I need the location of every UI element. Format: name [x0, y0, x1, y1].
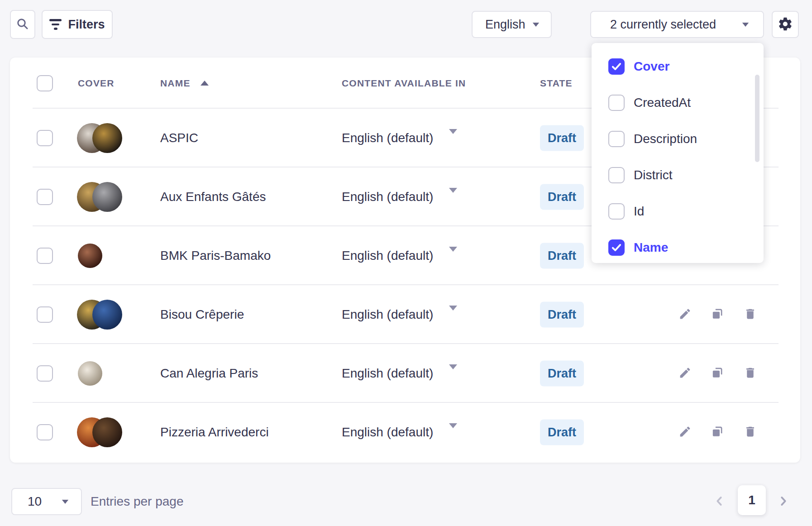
table-row: Bisou Crêperie English (default) Draft — [10, 285, 800, 344]
cover-thumbnails — [77, 182, 127, 212]
option-checkbox[interactable] — [608, 95, 625, 111]
cover-avatar — [92, 417, 122, 447]
status-badge: Draft — [540, 243, 584, 269]
locales-expand-icon[interactable] — [449, 311, 457, 319]
search-icon — [16, 17, 29, 32]
status-badge: Draft — [540, 420, 584, 445]
trash-icon — [744, 425, 757, 440]
page-size-select[interactable]: 10 — [11, 488, 82, 515]
locales-expand-icon[interactable] — [449, 428, 457, 436]
option-checkbox[interactable] — [608, 58, 625, 75]
locales-expand-icon[interactable] — [449, 134, 457, 142]
chevron-right-icon — [777, 494, 790, 509]
locale-select-value: English — [485, 18, 525, 32]
checkmark-icon — [611, 242, 622, 253]
duplicate-button[interactable] — [708, 423, 726, 441]
delete-button[interactable] — [741, 306, 759, 324]
locales-expand-icon[interactable] — [449, 193, 457, 201]
entry-locales: English (default) — [342, 249, 433, 263]
column-picker-option[interactable]: Id — [592, 193, 764, 230]
cover-avatar — [92, 123, 122, 153]
entry-name: Pizzeria Arrivederci — [160, 425, 269, 440]
delete-button[interactable] — [741, 423, 759, 441]
chevron-down-icon — [62, 500, 68, 504]
duplicate-button[interactable] — [708, 364, 726, 383]
status-badge: Draft — [540, 302, 584, 328]
duplicate-icon — [711, 425, 724, 440]
column-picker-dropdown: Cover CreatedAt Description District — [592, 43, 764, 263]
page-1-button[interactable]: 1 — [738, 485, 766, 515]
chevron-left-icon — [712, 494, 726, 509]
chevron-down-icon — [533, 23, 539, 27]
option-checkbox[interactable] — [608, 131, 625, 147]
column-header-cover[interactable]: COVER — [78, 78, 115, 89]
row-checkbox[interactable] — [37, 306, 53, 323]
column-picker-option[interactable]: District — [592, 157, 764, 193]
cover-thumbnails — [77, 123, 127, 153]
gear-icon — [778, 16, 793, 33]
pencil-icon — [678, 366, 692, 381]
cover-thumbnails — [77, 300, 127, 330]
columns-select-value: 2 currently selected — [610, 18, 716, 32]
table-row: Pizzeria Arrivederci English (default) D… — [10, 403, 800, 462]
column-header-locales[interactable]: CONTENT AVAILABLE IN — [342, 78, 466, 89]
entry-name: BMK Paris-Bamako — [160, 249, 271, 263]
column-picker-option[interactable]: Name — [592, 230, 764, 266]
status-badge: Draft — [540, 184, 584, 210]
locales-expand-icon[interactable] — [449, 369, 457, 378]
entry-locales: English (default) — [342, 190, 433, 204]
trash-icon — [744, 307, 757, 322]
settings-button[interactable] — [772, 11, 799, 38]
entry-locales: English (default) — [342, 425, 433, 440]
cover-avatar — [92, 182, 122, 212]
cover-thumbnails — [77, 417, 127, 447]
entry-locales: English (default) — [342, 307, 433, 322]
cover-avatar — [92, 300, 122, 330]
edit-button[interactable] — [676, 423, 694, 441]
row-checkbox[interactable] — [37, 424, 53, 440]
entry-locales: English (default) — [342, 366, 433, 381]
row-checkbox[interactable] — [37, 248, 53, 264]
option-label: Cover — [634, 59, 669, 74]
next-page-button[interactable] — [774, 489, 793, 514]
checkmark-icon — [611, 61, 622, 72]
row-checkbox[interactable] — [37, 130, 53, 146]
option-checkbox[interactable] — [608, 167, 625, 183]
edit-button[interactable] — [676, 364, 694, 383]
row-checkbox[interactable] — [37, 365, 53, 382]
chevron-down-icon — [742, 23, 749, 27]
option-checkbox[interactable] — [608, 203, 625, 220]
sort-ascending-icon — [201, 81, 209, 86]
filters-button[interactable]: Filters — [42, 10, 113, 39]
cover-thumbnails — [77, 359, 127, 388]
select-all-checkbox[interactable] — [37, 75, 53, 91]
column-picker-option[interactable]: Cover — [592, 48, 764, 85]
option-checkbox[interactable] — [608, 239, 625, 256]
duplicate-button[interactable] — [708, 306, 726, 324]
row-checkbox[interactable] — [37, 189, 53, 205]
pencil-icon — [678, 425, 692, 440]
delete-button[interactable] — [741, 364, 759, 383]
edit-button[interactable] — [676, 306, 694, 324]
entry-locales: English (default) — [342, 131, 433, 145]
column-picker-option[interactable]: CreatedAt — [592, 85, 764, 121]
entry-name: Can Alegria Paris — [160, 366, 258, 381]
column-header-name[interactable]: NAME — [160, 78, 209, 89]
entries-per-page-label: Entries per page — [91, 488, 183, 515]
option-label: District — [634, 168, 673, 182]
trash-icon — [744, 366, 757, 381]
filters-button-label: Filters — [68, 18, 105, 32]
search-button[interactable] — [10, 10, 35, 39]
column-header-state[interactable]: STATE — [540, 78, 573, 89]
option-label: Id — [634, 204, 644, 219]
previous-page-button[interactable] — [709, 489, 729, 514]
table-row: Can Alegria Paris English (default) Draf… — [10, 344, 800, 403]
column-picker-option[interactable]: Description — [592, 121, 764, 157]
locale-select[interactable]: English — [472, 11, 552, 38]
entry-name: Aux Enfants Gâtés — [160, 190, 266, 204]
option-label: CreatedAt — [634, 96, 691, 110]
entry-name: Bisou Crêperie — [160, 307, 244, 322]
duplicate-icon — [711, 307, 724, 322]
columns-select[interactable]: 2 currently selected — [590, 11, 764, 38]
locales-expand-icon[interactable] — [449, 252, 457, 260]
